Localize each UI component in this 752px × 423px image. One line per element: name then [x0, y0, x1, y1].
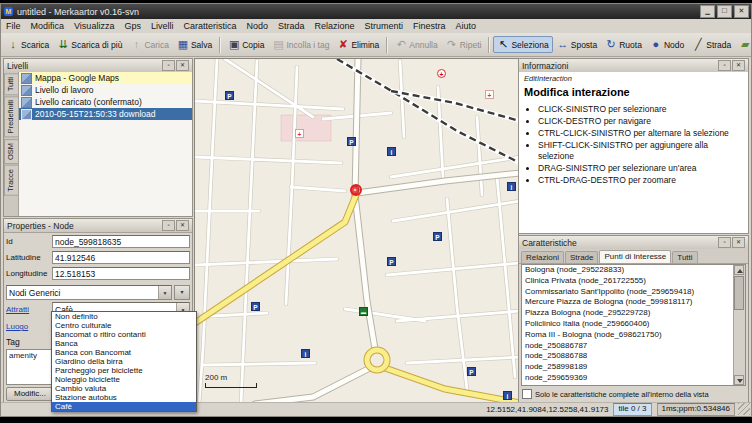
toolbar-button[interactable]: ▰Area — [735, 36, 752, 53]
toolbar: ↓Scarica⇊Scarica di più↑Carica▦Salva ▣Co… — [1, 33, 751, 57]
map-canvas[interactable]: P+++PiiPP▬PiPi 200 m — [194, 58, 519, 403]
feature-list-item[interactable]: node_259659369 — [522, 373, 745, 384]
menu-item[interactable]: Strada — [273, 19, 310, 33]
toolbar-button[interactable]: ↻Ruota — [601, 36, 646, 53]
toolbar-button[interactable]: ↷Ripeti — [442, 36, 486, 53]
float-icon[interactable] — [162, 60, 175, 71]
layer-item[interactable]: Livello caricato (confermato) — [19, 96, 192, 108]
feature-list-item[interactable]: Commissariato Sant'Ippolito (node_259659… — [522, 287, 745, 298]
toolbar-button[interactable]: ↓Scarica — [3, 36, 53, 53]
layer-item[interactable]: Livello di lavoro — [19, 84, 192, 96]
toolbar-button[interactable]: ●Nodo — [646, 36, 688, 53]
features-scrollbar[interactable] — [733, 265, 745, 385]
info-heading: Modifica interazione — [524, 86, 743, 98]
scroll-down-icon[interactable] — [734, 375, 744, 385]
latitude-field[interactable] — [52, 251, 190, 264]
dropdown-option[interactable]: Banca con Bancomat — [52, 348, 196, 357]
float-icon[interactable] — [718, 237, 731, 248]
dropdown-option[interactable]: Bancomat o ritiro contanti — [52, 330, 196, 339]
layer-item[interactable]: Mappa - Google Maps — [19, 72, 192, 84]
info-bullet: CTRL-CLICK-SINISTRO per alternare la sel… — [538, 128, 743, 139]
dropdown-option[interactable]: Centro culturale — [52, 321, 196, 330]
resize-grip[interactable] — [738, 403, 750, 415]
feature-list-item[interactable]: Bologna (node_295228833) — [522, 265, 745, 276]
toolbar-button[interactable]: ↔Sposta — [553, 36, 601, 53]
close-icon[interactable] — [176, 220, 189, 231]
maximize-button[interactable] — [717, 5, 732, 18]
features-tab[interactable]: Relazioni — [521, 251, 564, 263]
undo-icon: ↶ — [395, 39, 407, 50]
toolbar-button[interactable]: ↑Carica — [126, 36, 173, 53]
edit-tags-button[interactable]: Modific... — [6, 387, 54, 401]
dropdown-option[interactable]: Parcheggio per biciclette — [52, 366, 196, 375]
dropdown-option[interactable]: Stazione autobus — [52, 393, 196, 402]
menu-item[interactable]: Relazione — [309, 19, 359, 33]
preset-combo[interactable]: Nodi Generici — [6, 285, 172, 300]
close-icon[interactable] — [176, 60, 189, 71]
render-performance: 1ms;ppm:0.534846 — [657, 403, 736, 416]
preset-menu-button[interactable] — [174, 285, 190, 300]
feature-list-item[interactable]: Mercure Piazza de Bologna (node_59981811… — [522, 297, 745, 308]
dropdown-option[interactable]: Noleggio biciclette — [52, 375, 196, 384]
property-label: Longitudine — [6, 269, 50, 278]
close-button[interactable] — [734, 5, 749, 18]
toolbar-button[interactable]: ▦Salva — [173, 36, 216, 53]
menu-item[interactable]: Modifica — [26, 19, 70, 33]
toolbar-button[interactable]: ╱Strada — [688, 36, 735, 53]
longitude-field[interactable] — [52, 267, 190, 280]
map-scale-line — [205, 383, 257, 388]
menu-item[interactable]: Finestra — [408, 19, 451, 33]
close-icon[interactable] — [732, 237, 745, 248]
minimize-button[interactable] — [700, 5, 715, 18]
toolbar-button[interactable]: ▣Copia — [224, 36, 268, 53]
layers-tab[interactable]: OSM — [4, 139, 18, 164]
feature-list-item[interactable]: Roma III - Bologna (node_698621750) — [522, 330, 745, 341]
id-field[interactable] — [52, 235, 190, 248]
float-icon[interactable] — [718, 60, 731, 71]
feature-list-item[interactable]: node_258998189 — [522, 362, 745, 373]
amenity-label[interactable]: Attratti — [6, 305, 50, 314]
complete-features-checkbox[interactable] — [522, 389, 532, 399]
menu-item[interactable]: Strumenti — [360, 19, 409, 33]
dropdown-option[interactable]: Non definito — [52, 312, 196, 321]
menu-item[interactable]: Visualizza — [69, 19, 119, 33]
dropdown-option[interactable]: Cafè — [52, 402, 196, 411]
properties-dock-title: Properties - Node — [7, 221, 161, 231]
toolbar-button[interactable]: ⇊Scarica di più — [53, 36, 126, 53]
feature-list-item[interactable]: node_250886788 — [522, 351, 745, 362]
features-tab[interactable]: Strade — [565, 251, 599, 263]
dropdown-option[interactable]: Cambio valuta — [52, 384, 196, 393]
dropdown-option[interactable]: Banca — [52, 339, 196, 348]
dropdown-option[interactable]: Giardino della birra — [52, 357, 196, 366]
feature-list-item[interactable]: node_250886787 — [522, 341, 745, 352]
layers-dock-title: Livelli — [7, 61, 161, 71]
layers-dock: Livelli TuttiPredefinitiOSMTracce Mappa … — [3, 58, 193, 217]
toolbar-button[interactable]: ↖Seleziona — [493, 36, 552, 53]
scroll-up-icon[interactable] — [734, 265, 744, 275]
menu-item[interactable]: File — [1, 19, 26, 33]
toolbar-button[interactable]: ↶Annulla — [391, 36, 441, 53]
chevron-down-icon[interactable] — [158, 286, 171, 299]
features-tab[interactable]: Tutti — [672, 251, 697, 263]
menu-item[interactable]: Caratteristica — [178, 19, 241, 33]
toolbar-button[interactable]: ▤Incolla i tag — [268, 36, 333, 53]
place-label[interactable]: Luogo — [6, 322, 50, 331]
feature-list-item[interactable]: Policlinico Italia (node_259660406) — [522, 319, 745, 330]
feature-list-item[interactable]: Clinica Privata (node_261722555) — [522, 276, 745, 287]
menu-item[interactable]: Nodo — [241, 19, 273, 33]
tag-key-cell[interactable]: amenity — [9, 351, 37, 360]
property-label: Id — [6, 237, 50, 246]
layers-tab[interactable]: Predefiniti — [4, 96, 18, 137]
close-icon[interactable] — [732, 60, 745, 71]
layer-item[interactable]: 2010-05-15T21:50:33 download — [19, 108, 192, 120]
feature-list-item[interactable]: Piazza Bologna (node_295229728) — [522, 308, 745, 319]
toolbar-button[interactable]: ✘Elimina — [333, 36, 383, 53]
layers-tab[interactable]: Tutti — [4, 73, 18, 95]
menu-item[interactable]: Livelli — [146, 19, 179, 33]
features-tab[interactable]: Punti di Interesse — [599, 250, 671, 263]
menu-item[interactable]: Gps — [119, 19, 146, 33]
menu-item[interactable]: Aiuto — [451, 19, 482, 33]
layers-tab[interactable]: Tracce — [4, 165, 18, 196]
float-icon[interactable] — [162, 220, 175, 231]
scrollbar-thumb[interactable] — [734, 276, 744, 310]
